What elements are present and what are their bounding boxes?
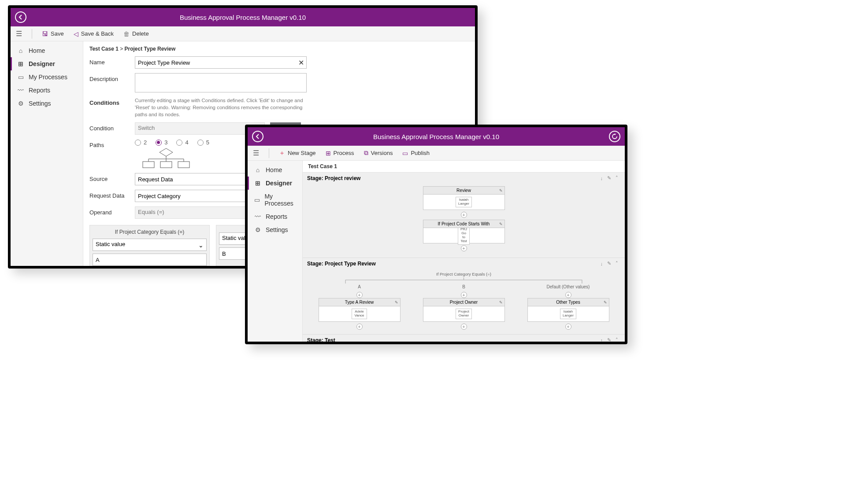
radio-label: 2 — [144, 139, 147, 146]
breadcrumb-root[interactable]: Test Case 1 — [89, 46, 119, 52]
move-down-icon[interactable]: ↓ — [598, 175, 605, 182]
add-node-button[interactable]: + — [461, 212, 467, 218]
stage-body: If Project Category Equals (=)A+Type A R… — [303, 269, 625, 334]
paths-label: Paths — [89, 139, 131, 148]
card-chip: ProjectOwner — [456, 309, 472, 319]
save-button[interactable]: 🖫 Save — [40, 29, 66, 38]
sidebar-icon: ⚙ — [17, 100, 24, 107]
separator — [32, 29, 32, 39]
collapse-icon[interactable]: ˄ — [613, 336, 620, 342]
stage-title: Stage: Project Type Review — [307, 261, 376, 267]
hamburger-icon[interactable]: ☰ — [251, 148, 261, 158]
description-label: Description — [89, 73, 131, 82]
condition-value: Switch — [138, 125, 155, 131]
branch-column: B+Project Owner✎ProjectOwner+ — [420, 284, 508, 330]
move-down-icon[interactable]: ↓ — [598, 260, 605, 267]
process-label: Process — [334, 150, 354, 156]
edit-icon[interactable]: ✎ — [395, 300, 398, 305]
edit-icon[interactable]: ✎ — [499, 300, 503, 305]
save-back-label: Save & Back — [81, 30, 114, 37]
paths-option-5[interactable]: 5 — [197, 139, 209, 146]
chevron-down-icon: ⌄ — [198, 242, 204, 249]
stage-card[interactable]: If Project Code Starts With✎PRJGotoTest — [423, 220, 505, 243]
paths-option-4[interactable]: 4 — [176, 139, 188, 146]
add-node-button[interactable]: + — [565, 324, 571, 330]
edit-stage-icon[interactable]: ✎ — [605, 174, 613, 182]
process-button[interactable]: ⊞ Process — [324, 149, 356, 158]
sidebar-item-designer[interactable]: ⊞Designer — [248, 177, 302, 190]
card-body: IsaiahLanger — [528, 306, 609, 321]
collapse-icon[interactable]: ˄ — [613, 260, 620, 267]
add-node-button[interactable]: + — [356, 292, 363, 298]
operand-label: Operand — [89, 206, 131, 216]
condition-label: Condition — [89, 122, 131, 132]
breadcrumb[interactable]: Test Case 1 — [303, 161, 625, 173]
card-header: Other Types✎ — [528, 298, 609, 306]
save-label: Save — [51, 30, 64, 37]
edit-icon[interactable]: ✎ — [499, 188, 503, 193]
stage-card[interactable]: Type A Review✎AdeleVance — [319, 298, 401, 322]
add-node-button[interactable]: + — [461, 292, 467, 298]
stage-card[interactable]: Other Types✎IsaiahLanger — [527, 298, 609, 322]
new-stage-button[interactable]: ＋ New Stage — [277, 148, 318, 158]
back-button[interactable] — [15, 11, 26, 23]
stage-card[interactable]: Project Owner✎ProjectOwner — [423, 298, 505, 322]
card-body: PRJGotoTest — [423, 228, 504, 243]
sidebar-item-settings[interactable]: ⚙Settings — [248, 223, 302, 236]
sidebar-item-my-processes[interactable]: ▭My Processes — [248, 190, 302, 210]
description-input[interactable] — [135, 73, 307, 92]
cond-value-input[interactable] — [93, 254, 207, 266]
publish-icon: ▭ — [402, 150, 408, 157]
save-back-button[interactable]: ◁ Save & Back — [72, 29, 115, 38]
radio-label: 3 — [164, 139, 167, 146]
sidebar-item-home[interactable]: ⌂Home — [11, 44, 83, 57]
sidebar-item-settings[interactable]: ⚙Settings — [11, 97, 83, 110]
sidebar-item-reports[interactable]: 〰Reports — [248, 210, 302, 223]
add-node-button[interactable]: + — [356, 324, 363, 330]
add-node-button[interactable]: + — [461, 324, 467, 330]
sidebar-item-my-processes[interactable]: ▭My Processes — [11, 70, 83, 84]
card-chip: IsaiahLanger — [560, 309, 576, 319]
cond-col-header: If Project Category Equals (=) — [93, 228, 207, 239]
versions-icon: ⧉ — [364, 149, 368, 157]
card-header: Type A Review✎ — [319, 298, 400, 306]
edit-icon[interactable]: ✎ — [499, 222, 503, 226]
publish-button[interactable]: ▭ Publish — [401, 149, 431, 158]
refresh-button[interactable] — [609, 131, 620, 142]
edit-icon[interactable]: ✎ — [604, 300, 607, 305]
sidebar: ⌂Home⊞Designer▭My Processes〰Reports⚙Sett… — [248, 161, 303, 342]
branch-columns: A+Type A Review✎AdeleVance+B+Project Own… — [307, 284, 620, 330]
stage-card[interactable]: Review✎IsaiahLanger — [423, 186, 505, 210]
collapse-icon[interactable]: ˄ — [613, 174, 620, 182]
sidebar-item-reports[interactable]: 〰Reports — [11, 84, 83, 97]
hamburger-icon[interactable]: ☰ — [14, 29, 24, 39]
branch-column: A+Type A Review✎AdeleVance+ — [315, 284, 404, 330]
edit-stage-icon[interactable]: ✎ — [605, 260, 613, 267]
cond-type-select[interactable]: Static value⌄ — [93, 239, 207, 251]
sidebar-label: Settings — [266, 226, 288, 233]
toolbar: ☰ 🖫 Save ◁ Save & Back 🗑 Delete — [11, 26, 475, 41]
paths-option-2[interactable]: 2 — [135, 139, 147, 146]
sidebar-item-home[interactable]: ⌂Home — [248, 163, 302, 177]
sidebar-icon: ⊞ — [254, 180, 261, 187]
sidebar-label: Reports — [29, 87, 50, 94]
versions-button[interactable]: ⧉ Versions — [362, 148, 395, 158]
paths-option-3[interactable]: 3 — [156, 139, 167, 146]
breadcrumb-sep: > — [119, 46, 125, 52]
move-up-icon[interactable]: ↑ — [598, 337, 605, 342]
edit-stage-icon[interactable]: ✎ — [605, 336, 613, 342]
svg-rect-8 — [178, 162, 189, 168]
add-node-button[interactable]: + — [461, 245, 467, 251]
sidebar-item-designer[interactable]: ⊞Designer — [11, 57, 83, 70]
clear-name-icon[interactable]: ✕ — [298, 59, 304, 67]
back-button[interactable] — [252, 131, 263, 142]
publish-label: Publish — [411, 150, 430, 156]
delete-button[interactable]: 🗑 Delete — [122, 29, 151, 38]
stage-body: Review✎IsaiahLanger+If Project Code Star… — [303, 184, 625, 258]
sidebar: ⌂Home⊞Designer▭My Processes〰Reports⚙Sett… — [11, 41, 83, 266]
breadcrumb-leaf: Project Type Review — [125, 46, 176, 52]
add-node-button[interactable]: + — [565, 292, 571, 298]
sidebar-label: Designer — [266, 180, 292, 187]
branch-head: B — [462, 284, 465, 290]
name-input[interactable] — [135, 56, 307, 69]
